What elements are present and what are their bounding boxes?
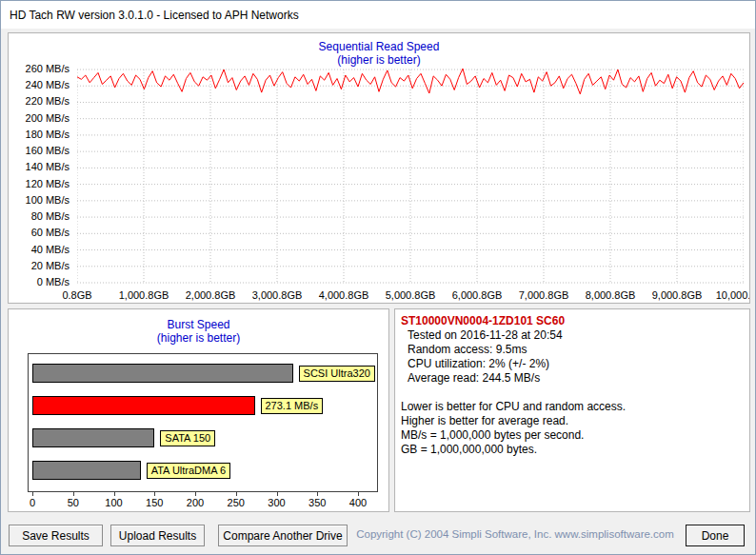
drive-info-panel: ST10000VN0004-1ZD101 SC60 Tested on 2016… xyxy=(394,308,750,512)
burst-x-tick-label: 100 xyxy=(100,497,129,508)
seq-x-tick-label: 4,000.8GB xyxy=(306,289,382,302)
burst-axis-tick xyxy=(317,492,318,496)
burst-axis-tick xyxy=(32,492,33,496)
drive-stat-line: Average read: 244.5 MB/s xyxy=(408,371,744,386)
seq-x-axis-labels: 0.8GB1,000.8GB2,000.8GB3,000.8GB4,000.8G… xyxy=(9,33,749,303)
burst-x-tick-label: 0 xyxy=(18,497,47,508)
seq-x-tick-label: 2,000.8GB xyxy=(172,289,249,302)
window-title: HD Tach RW version 3.0.1.0 - Licensed to… xyxy=(10,9,299,22)
burst-axis-tick xyxy=(236,492,237,496)
drive-stat-line: Random access: 9.5ms xyxy=(408,343,744,357)
burst-x-tick-label: 400 xyxy=(344,497,372,508)
drive-stat-line: Tested on 2016-11-28 at 20:54 xyxy=(408,328,744,343)
burst-axis-tick xyxy=(195,492,196,496)
sequential-read-chart-panel: Sequential Read Speed (higher is better)… xyxy=(8,32,750,304)
burst-x-tick-label: 350 xyxy=(303,497,331,508)
save-results-button[interactable]: Save Results xyxy=(9,525,103,546)
compare-another-drive-button[interactable]: Compare Another Drive xyxy=(218,525,348,546)
drive-stats: Tested on 2016-11-28 at 20:54Random acce… xyxy=(401,328,744,386)
upload-results-button[interactable]: Upload Results xyxy=(110,525,205,546)
burst-axis-tick xyxy=(114,492,115,496)
burst-x-tick-label: 150 xyxy=(140,497,169,508)
burst-x-tick-label: 50 xyxy=(59,497,88,508)
seq-x-tick-label: 1,000.8GB xyxy=(106,289,182,302)
burst-x-axis-labels: 050100150200250300350400 xyxy=(9,309,388,511)
burst-axis-tick xyxy=(358,492,359,496)
title-bar[interactable]: HD Tach RW version 3.0.1.0 - Licensed to… xyxy=(1,1,755,29)
burst-x-tick-label: 250 xyxy=(222,497,250,508)
seq-x-tick-label: 5,000.8GB xyxy=(372,289,448,302)
done-button[interactable]: Done xyxy=(686,525,745,546)
info-note-line: MB/s = 1,000,000 bytes per second. xyxy=(401,428,744,443)
drive-notes: Lower is better for CPU and random acces… xyxy=(401,400,744,457)
drive-info-content: ST10000VN0004-1ZD101 SC60 Tested on 2016… xyxy=(395,309,749,511)
seq-x-tick-label: 3,000.8GB xyxy=(239,289,315,302)
seq-x-tick-label: 6,000.8GB xyxy=(439,289,515,302)
burst-x-tick-label: 300 xyxy=(263,497,291,508)
seq-x-tick-label: 10,000.8GB xyxy=(706,289,750,302)
info-note-line: GB = 1,000,000,000 bytes. xyxy=(401,443,744,457)
burst-speed-chart-panel: Burst Speed (higher is better) SCSI Ultr… xyxy=(8,308,389,512)
drive-model: ST10000VN0004-1ZD101 SC60 xyxy=(401,314,744,328)
drive-stat-line: CPU utilization: 2% (+/- 2%) xyxy=(408,357,744,371)
copyright-text: Copyright (C) 2004 Simpli Software, Inc.… xyxy=(351,528,679,540)
seq-x-tick-label: 9,000.8GB xyxy=(639,289,715,302)
burst-axis-tick xyxy=(277,492,278,496)
burst-axis-tick xyxy=(73,492,74,496)
burst-x-tick-label: 200 xyxy=(181,497,209,508)
info-note-line: Higher is better for average read. xyxy=(401,414,744,428)
seq-x-tick-label: 7,000.8GB xyxy=(506,289,582,302)
app-window: HD Tach RW version 3.0.1.0 - Licensed to… xyxy=(0,0,756,555)
seq-x-tick-label: 8,000.8GB xyxy=(572,289,648,302)
seq-x-tick-label: 0.8GB xyxy=(39,289,115,302)
burst-axis-tick xyxy=(154,492,155,496)
info-note-line: Lower is better for CPU and random acces… xyxy=(401,400,744,414)
